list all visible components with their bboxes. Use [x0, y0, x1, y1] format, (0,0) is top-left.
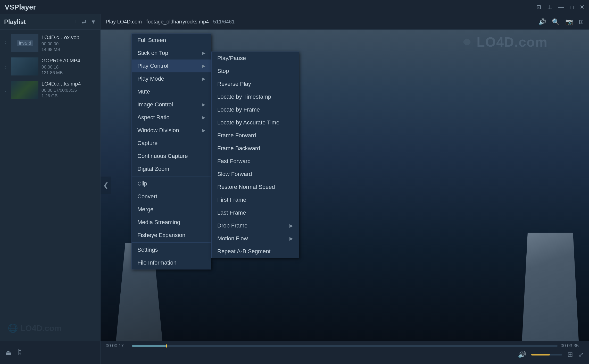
menu-separator [132, 176, 211, 176]
item-size: 131.86 MB [42, 70, 97, 75]
item-time: 00:00:17/00:03:35 [42, 88, 97, 93]
playlist-header: Playlist + ⇄ ▼ [0, 14, 100, 30]
submenu-item-restore-normal-speed[interactable]: Restore Normal Speed [212, 181, 299, 193]
layout-icon[interactable]: ⊞ [567, 351, 573, 359]
fullscreen-icon[interactable]: ⤢ [578, 351, 584, 359]
item-size: 14.98 MB [42, 47, 97, 52]
item-info: LO4D.c…ks.mp4 00:00:17/00:03:35 1.26 GB [42, 81, 97, 99]
invalid-badge: Invalid [17, 40, 32, 46]
now-playing-filename: Play LO4D.com - footage_oldharryrocks.mp… [106, 19, 209, 24]
controls-row: 🔊 ⊞ ⤢ [106, 351, 584, 359]
menu-item-fullscreen[interactable]: Full Screen [132, 34, 211, 47]
submenu-item-locate-by-accurate-time[interactable]: Locate by Accurate Time [212, 116, 299, 129]
volume-bar[interactable] [531, 354, 562, 355]
submenu-item-first-frame[interactable]: First Frame [212, 193, 299, 206]
maximize-button[interactable]: □ [570, 4, 574, 11]
progress-row: 00:00:17 00:03:35 [106, 343, 584, 349]
menu-item-clip[interactable]: Clip [132, 177, 211, 190]
menu-item-digital-zoom[interactable]: Digital Zoom [132, 163, 211, 175]
eject-button[interactable]: ⏏ [5, 349, 12, 357]
thumbnail: Invalid [11, 34, 38, 52]
total-time-label: 00:03:35 [561, 343, 584, 349]
drag-handle-icon: ⋮ [3, 40, 8, 46]
submenu-item-fast-forward[interactable]: Fast Forward [212, 155, 299, 168]
list-item[interactable]: ⋮ LO4D.c…ks.mp4 00:00:17/00:03:35 1.26 G… [0, 78, 100, 101]
menu-item-continuous-capture[interactable]: Continuous Capture [132, 150, 211, 163]
zoom-in-icon[interactable]: 🔍 [552, 18, 560, 26]
video-cliff-right [522, 233, 579, 341]
speakers-icon[interactable]: 🔊 [538, 18, 546, 26]
submenu-arrow-icon: ▶ [202, 76, 205, 82]
menu-item-media-streaming[interactable]: Media Streaming [132, 216, 211, 229]
menu-item-capture[interactable]: Capture [132, 137, 211, 150]
progress-fill [132, 345, 166, 347]
playback-bar: 00:00:17 00:03:35 🔊 ⊞ ⤢ [101, 341, 589, 364]
volume-icon[interactable]: 🔊 [518, 351, 526, 359]
thumbnail [11, 57, 38, 75]
list-item[interactable]: ⋮ Invalid LO4D.c…ox.vob 00:00:00 14.98 M… [0, 32, 100, 55]
list-item[interactable]: ⋮ GOPR0670.MP4 00:00:18 131.86 MB [0, 55, 100, 78]
item-name: LO4D.c…ks.mp4 [42, 81, 97, 87]
frame-counter: 511/6461 [213, 19, 235, 24]
menu-item-play-control[interactable]: Play Control ▶ [132, 60, 211, 72]
menu-item-stick-on-top[interactable]: Stick on Top ▶ [132, 47, 211, 60]
sidebar: Playlist + ⇄ ▼ ⋮ Invalid LO4D.c…ox.vob 0… [0, 14, 101, 364]
submenu-arrow-icon: ▶ [289, 223, 293, 228]
submenu-item-locate-by-timestamp[interactable]: Locate by Timestamp [212, 90, 299, 103]
menu-item-mute[interactable]: Mute [132, 85, 211, 98]
filter-button[interactable]: ▼ [90, 19, 96, 25]
pin-button[interactable]: ⊥ [547, 4, 552, 11]
menu-item-aspect-ratio[interactable]: Aspect Ratio ▶ [132, 111, 211, 124]
thumbnail [11, 81, 38, 99]
submenu-item-motion-flow[interactable]: Motion Flow ▶ [212, 232, 299, 245]
submenu-item-repeat-ab-segment[interactable]: Repeat A-B Segment [212, 245, 299, 258]
submenu-item-play-pause[interactable]: Play/Pause [212, 52, 299, 65]
submenu-arrow-icon: ▶ [289, 236, 293, 241]
menu-item-merge[interactable]: Merge [132, 203, 211, 216]
minimize-button[interactable]: — [558, 4, 564, 11]
main-context-menu[interactable]: Full Screen Stick on Top ▶ Play Control … [131, 33, 211, 269]
close-button[interactable]: ✕ [580, 4, 584, 11]
submenu-item-reverse-play[interactable]: Reverse Play [212, 78, 299, 90]
item-info: LO4D.c…ox.vob 00:00:00 14.98 MB [42, 35, 97, 52]
app-title: VSPlayer [5, 3, 36, 11]
playlist-items: ⋮ Invalid LO4D.c…ox.vob 00:00:00 14.98 M… [0, 30, 100, 341]
item-name: LO4D.c…ox.vob [42, 35, 97, 40]
play-control-submenu[interactable]: Play/Pause Stop Reverse Play Locate by T… [211, 52, 299, 258]
submenu-arrow-icon: ▶ [202, 102, 205, 107]
menu-item-fisheye-expansion[interactable]: Fisheye Expansion [132, 229, 211, 242]
menu-item-file-information[interactable]: File Information [132, 256, 211, 269]
now-playing-info: Play LO4D.com - footage_oldharryrocks.mp… [106, 19, 235, 25]
menu-item-convert[interactable]: Convert [132, 190, 211, 203]
restore-button[interactable]: ⊡ [536, 4, 541, 11]
top-bar-icons: 🔊 🔍 📷 ⊞ [538, 18, 584, 26]
progress-marker [166, 344, 167, 348]
submenu-item-stop[interactable]: Stop [212, 65, 299, 78]
menu-item-settings[interactable]: Settings [132, 243, 211, 256]
submenu-arrow-icon: ▶ [202, 115, 205, 120]
submenu-item-last-frame[interactable]: Last Frame [212, 206, 299, 219]
submenu-arrow-icon: ▶ [202, 128, 205, 133]
submenu-item-drop-frame[interactable]: Drop Frame ▶ [212, 219, 299, 232]
submenu-arrow-icon: ▶ [202, 50, 205, 56]
camera-icon[interactable]: 📷 [565, 18, 573, 26]
submenu-arrow-icon: ▶ [202, 63, 205, 69]
item-time: 00:00:18 [42, 65, 97, 70]
menu-item-window-division[interactable]: Window Division ▶ [132, 124, 211, 137]
submenu-item-slow-forward[interactable]: Slow Forward [212, 168, 299, 181]
menu-item-image-control[interactable]: Image Control ▶ [132, 98, 211, 111]
add-playlist-button[interactable]: + [74, 19, 78, 25]
playlist-label: Playlist [4, 18, 70, 26]
video-left-arrow-button[interactable]: ❮ [101, 177, 111, 194]
grid-icon[interactable]: ⊞ [579, 18, 584, 26]
settings-button[interactable]: 🗄 [17, 349, 23, 357]
submenu-item-frame-forward[interactable]: Frame Forward [212, 129, 299, 142]
drag-handle-icon: ⋮ [3, 87, 8, 92]
submenu-item-frame-backward[interactable]: Frame Backward [212, 142, 299, 155]
menu-item-play-mode[interactable]: Play Mode ▶ [132, 72, 211, 85]
item-name: GOPR0670.MP4 [42, 58, 97, 64]
submenu-item-locate-by-frame[interactable]: Locate by Frame [212, 103, 299, 116]
progress-bar[interactable] [132, 345, 558, 347]
shuffle-button[interactable]: ⇄ [82, 19, 86, 25]
item-info: GOPR0670.MP4 00:00:18 131.86 MB [42, 58, 97, 75]
